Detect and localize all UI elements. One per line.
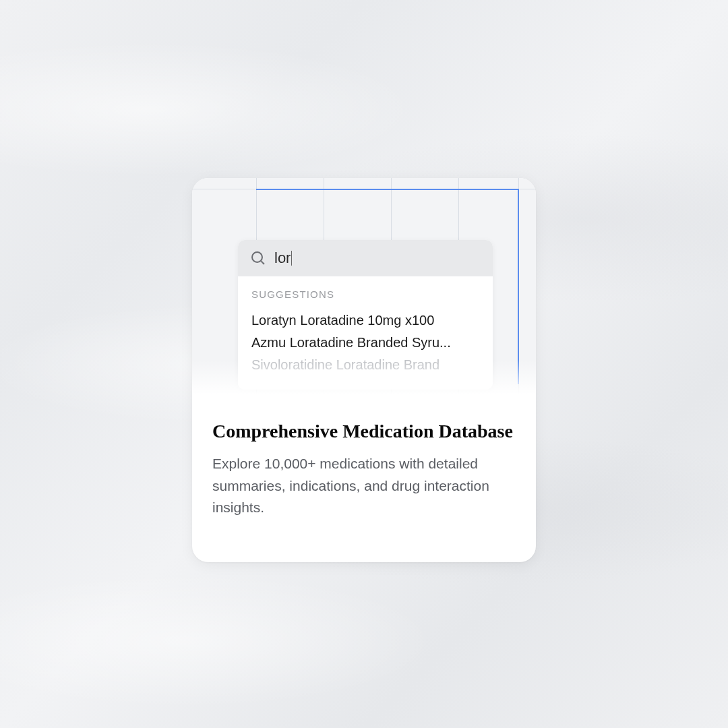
card-body: Comprehensive Medication Database Explor…	[192, 400, 536, 539]
card-title: Comprehensive Medication Database	[212, 421, 516, 442]
card-description: Explore 10,000+ medications with detaile…	[212, 453, 516, 519]
suggestions-header: SUGGESTIONS	[251, 289, 479, 300]
suggestions-panel: SUGGESTIONS Loratyn Loratadine 10mg x100…	[238, 276, 493, 390]
card-illustration-area: lor SUGGESTIONS Loratyn Loratadine 10mg …	[192, 178, 536, 400]
grid-accent	[518, 189, 519, 384]
search-dropdown: lor SUGGESTIONS Loratyn Loratadine 10mg …	[238, 240, 493, 390]
suggestion-item[interactable]: Sivoloratidine Loratadine Brand	[251, 354, 479, 376]
svg-line-1	[262, 262, 265, 265]
search-icon	[250, 250, 266, 266]
svg-point-0	[252, 252, 262, 262]
search-bar[interactable]: lor	[238, 240, 493, 276]
suggestion-item[interactable]: Loratyn Loratadine 10mg x100	[251, 309, 479, 332]
grid-accent	[256, 189, 519, 190]
search-input[interactable]: lor	[274, 249, 292, 267]
feature-card: lor SUGGESTIONS Loratyn Loratadine 10mg …	[192, 178, 536, 562]
suggestion-item[interactable]: Azmu Loratadine Branded Syru...	[251, 332, 479, 354]
text-cursor	[291, 251, 292, 266]
